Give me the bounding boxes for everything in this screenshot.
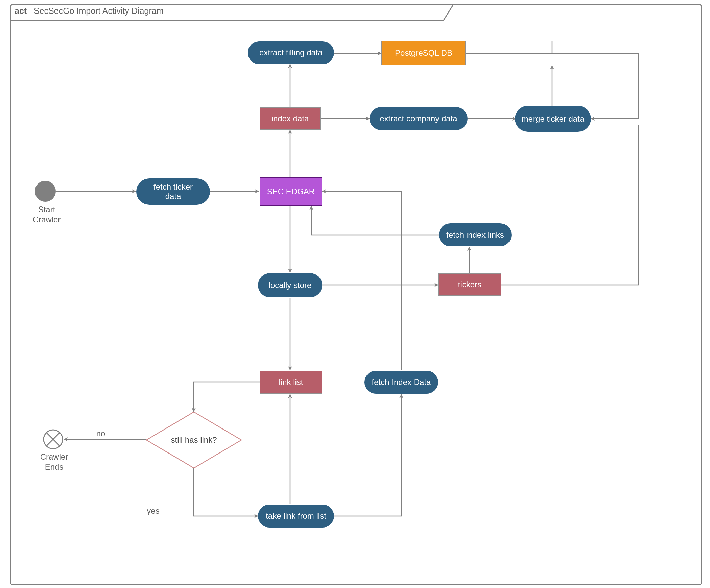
sec-edgar: SEC EDGAR (260, 177, 322, 206)
decision-still-has-link: still has link? (146, 411, 242, 469)
tickers: tickers (438, 273, 501, 296)
diagram-title: act SecSecGo Import Activity Diagram (15, 6, 163, 16)
fetch-ticker-data: fetch tickerdata (136, 178, 210, 205)
connectors (11, 5, 701, 584)
title-separator (11, 20, 434, 21)
decision-label: still has link? (146, 411, 242, 469)
fetch-index-links: fetch index links (439, 223, 512, 246)
end-label: CrawlerEnds (36, 452, 73, 472)
extract-filling-data: extract filling data (248, 41, 334, 64)
extract-company-data: extract company data (370, 107, 468, 130)
diagram-frame: act SecSecGo Import Activity Diagram (10, 4, 702, 585)
link-list: link list (260, 371, 322, 394)
take-link-from-list: take link from list (258, 505, 334, 528)
edge-no-label: no (92, 428, 109, 439)
merge-ticker-data: merge ticker data (515, 106, 591, 132)
edge-yes-label: yes (143, 506, 163, 516)
end-node (43, 429, 64, 450)
postgresql-db: PostgreSQL DB (381, 41, 466, 65)
start-label: StartCrawler (28, 204, 65, 225)
title-prefix: act (15, 6, 27, 16)
title-arc (433, 5, 453, 21)
fetch-index-data: fetch Index Data (364, 371, 438, 394)
index-data: index data (260, 107, 321, 130)
locally-store: locally store (258, 273, 322, 297)
title-text: SecSecGo Import Activity Diagram (34, 6, 163, 16)
start-node (35, 181, 56, 202)
